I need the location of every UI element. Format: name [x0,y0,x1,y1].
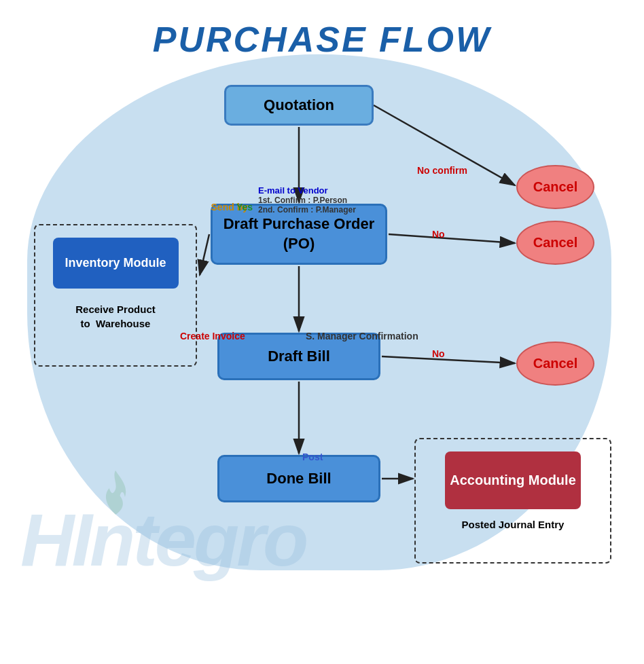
svg-line-4 [389,234,515,243]
label-create-invoice: Create Invoice [180,331,245,342]
accounting-sub-label: Posted Journal Entry [462,519,565,530]
accounting-module-box: Accounting Module Posted Journal Entry [414,438,611,564]
main-content: PURCHASE FLOW [0,0,644,664]
inventory-sub-label: Receive Productto Warehouse [75,302,156,331]
inventory-module-label: Inventory Module [53,238,179,289]
done-bill-node: Done Bill [217,455,380,502]
cancel-no-confirm: Cancel [516,165,594,209]
svg-line-5 [200,234,209,275]
label-yes: Yes [236,202,253,213]
cancel-no-po: Cancel [516,221,594,265]
label-no-2: No [432,348,445,359]
accounting-module-label: Accounting Module [445,451,581,509]
label-confirm1: 1st. Confirm : P.Person [258,196,347,205]
label-no-1: No [432,229,445,240]
label-no-confirm: No confirm [417,165,467,176]
label-email-vendor: E-mail to Vendor [258,185,328,196]
cancel-no-bill: Cancel [516,342,594,386]
quotation-node: Quotation [224,85,374,126]
label-post: Post [302,451,323,462]
label-confirm2: 2nd. Confirm : P.Manager [258,205,356,215]
page-title: PURCHASE FLOW [0,0,644,60]
svg-line-7 [382,356,515,363]
inventory-module-box: Inventory Module Receive Productto Wareh… [34,224,197,367]
label-s-manager: S. Manager Confirmation [306,331,418,342]
